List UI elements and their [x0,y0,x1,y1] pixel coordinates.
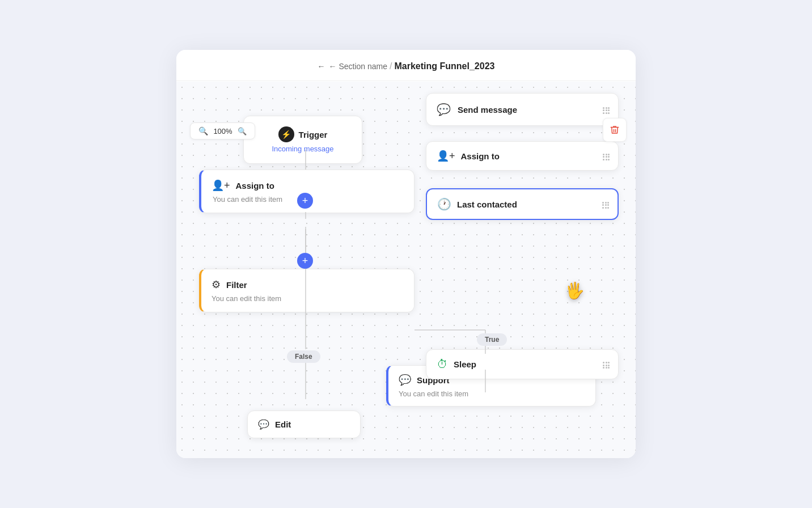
false-badge: False [287,350,320,363]
zoom-out-icon[interactable]: 🔍 [198,126,208,136]
back-arrow[interactable]: ← [318,62,325,71]
assign-right-content: 👤+ Assign to [437,150,603,162]
trigger-node[interactable]: ⚡ Trigger Incoming message [243,116,362,164]
breadcrumb[interactable]: ← ← Section name [318,62,388,71]
send-message-node[interactable]: 💬 Send message [426,93,619,126]
filter-subtitle: You can edit this item [212,294,404,303]
canvas-area: 🔍 100% 🔍 ⚡ Trigger Incoming message + [176,82,636,458]
zoom-level: 100% [213,127,233,136]
sleep-title: Sleep [454,359,476,369]
cursor: 🖐 [565,281,585,300]
drag-handle-sleep[interactable] [603,362,608,367]
edit-icon: 💬 [258,419,269,430]
last-contacted-content: 🕐 Last contacted [437,197,602,211]
header: ← ← Section name / Marketing Funnel_2023 [176,50,636,81]
page-title: Marketing Funnel_2023 [395,61,495,71]
trash-icon [610,125,620,135]
drag-handle-assign-right[interactable] [603,154,608,159]
assign-right-node[interactable]: 👤+ Assign to [426,141,619,171]
edit-node[interactable]: 💬 Edit [247,410,361,438]
clock-icon: 🕐 [437,197,451,211]
sleep-content: ⏱ Sleep [437,358,603,371]
trigger-label: Trigger [299,130,328,139]
canvas-container: ← ← Section name / Marketing Funnel_2023 [176,50,636,458]
sleep-node[interactable]: ⏱ Sleep [426,349,619,379]
edit-title: Edit [275,420,291,429]
filter-icon: ⚙ [212,278,221,291]
assign-left-row: 👤+ Assign to [212,179,404,192]
support-icon: 💬 [399,374,411,386]
send-message-icon: 💬 [437,103,451,116]
add-node-button-2[interactable]: + [297,253,313,269]
assign-left-title: Assign to [236,181,274,190]
true-badge: True [477,333,507,346]
assign-left-icon: 👤+ [212,179,230,192]
add-node-button-1[interactable]: + [297,193,313,209]
support-subtitle: You can edit this item [399,390,585,398]
trigger-subtitle: Incoming message [272,145,333,153]
zoom-in-icon[interactable]: 🔍 [238,127,247,136]
filter-title: Filter [226,280,247,290]
trigger-node-title: ⚡ Trigger [278,126,328,142]
last-contacted-node[interactable]: 🕐 Last contacted [426,188,619,220]
last-contacted-title: Last contacted [457,200,517,209]
send-message-content: 💬 Send message [437,103,603,116]
delete-button[interactable] [603,118,627,142]
trigger-icon: ⚡ [278,126,294,142]
sleep-icon: ⏱ [437,358,448,371]
drag-handle-send[interactable] [603,107,608,112]
filter-row: ⚙ Filter [212,278,404,291]
assign-right-icon: 👤+ [437,150,455,162]
zoom-bar: 🔍 100% 🔍 [190,122,255,139]
separator: / [390,61,392,71]
send-message-title: Send message [458,105,517,115]
section-name-label: ← Section name [329,62,388,71]
assign-right-title: Assign to [461,151,500,161]
drag-handle-last-contacted[interactable] [602,202,607,207]
filter-node[interactable]: ⚙ Filter You can edit this item [199,269,415,312]
